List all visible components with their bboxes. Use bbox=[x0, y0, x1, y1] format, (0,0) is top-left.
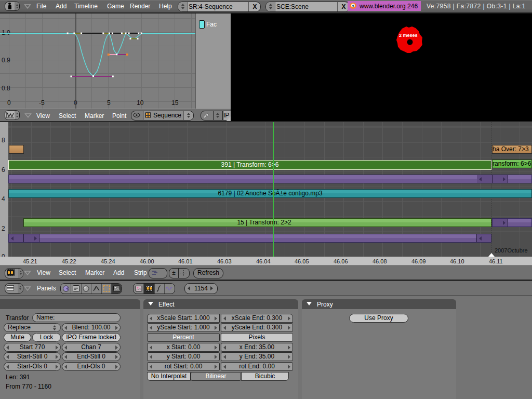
svg-text:2 meses: 2 meses bbox=[399, 33, 418, 38]
